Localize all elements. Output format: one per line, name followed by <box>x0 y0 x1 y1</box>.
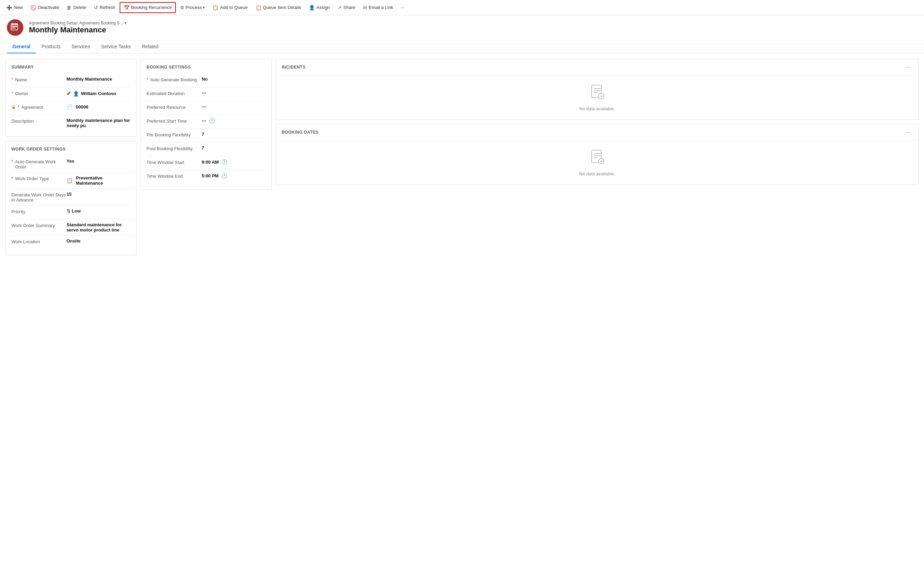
pre-booking-flexibility-label: Pre Booking Flexibility <box>146 132 202 138</box>
toolbar: ➕ New 🚫 Deactivate 🗑 Delete ↺ Refresh 📅 … <box>0 0 924 15</box>
main-content: SUMMARY * Name Monthly Maintenance * Own… <box>0 53 924 261</box>
deactivate-icon: 🚫 <box>30 5 36 10</box>
priority-label: Priority <box>11 208 66 214</box>
incidents-no-data-area: No data available. <box>276 75 918 120</box>
agreement-link[interactable]: 00006 <box>76 104 88 110</box>
page-title: Monthly Maintenance <box>29 26 126 34</box>
tab-products[interactable]: Products <box>36 40 66 53</box>
summary-title: SUMMARY <box>11 65 131 70</box>
svg-rect-1 <box>12 26 17 27</box>
tab-service-tasks[interactable]: Service Tasks <box>95 40 136 53</box>
incidents-more-button[interactable]: ··· <box>904 63 913 71</box>
summary-owner-label: * Owner <box>11 90 66 96</box>
summary-owner-value: ✔ 👤 William Contoso <box>66 90 131 97</box>
queue-item-details-button[interactable]: 📋 Queue Item Details <box>252 3 305 12</box>
left-column: SUMMARY * Name Monthly Maintenance * Own… <box>6 59 137 255</box>
tabs-bar: General Products Services Service Tasks … <box>0 40 924 53</box>
booking-dates-no-data-text: No data available. <box>579 171 615 176</box>
booking-dates-title: BOOKING DATES <box>282 130 319 135</box>
summary-name-row: * Name Monthly Maintenance <box>11 74 131 87</box>
summary-description-row: Description Monthly maintenance plan for… <box>11 115 131 131</box>
auto-gen-booking-required: * <box>146 77 148 82</box>
breadcrumb-dropdown-icon: ▾ <box>125 21 126 26</box>
summary-description-value[interactable]: Monthly maintenance plan for newly pu <box>66 118 131 128</box>
pre-booking-flexibility-row: Pre Booking Flexibility 7 <box>146 129 266 142</box>
time-window-end-clock-icon[interactable]: 🕐 <box>221 173 227 178</box>
summary-agreement-label: 🔒 * Agreement <box>11 104 66 110</box>
time-window-start-row: Time Window Start 9:00 AM 🕐 <box>146 156 266 170</box>
process-icon: ⚙ <box>180 5 184 10</box>
queue-item-details-icon: 📋 <box>256 5 261 10</box>
add-to-queue-button[interactable]: 📋 Add to Queue <box>209 3 251 12</box>
work-order-settings-panel: WORK ORDER SETTINGS * Auto Generate Work… <box>6 141 137 255</box>
delete-button[interactable]: 🗑 Delete <box>63 3 90 12</box>
lock-icon: 🔒 <box>11 105 16 109</box>
work-order-type-value: 📋 Preventative Maintenance <box>66 176 131 186</box>
work-location-label: Work Location <box>11 238 66 244</box>
auto-gen-booking-row: * Auto Generate Booking No <box>146 74 266 87</box>
owner-link[interactable]: William Contoso <box>81 91 116 96</box>
breadcrumb[interactable]: Agreement Booking Setup: Agreement Booki… <box>29 21 126 26</box>
incidents-empty-icon <box>589 84 605 104</box>
header-text: Agreement Booking Setup: Agreement Booki… <box>29 21 126 34</box>
work-order-type-row: * Work Order Type 📋 Preventative Mainten… <box>11 172 131 189</box>
booking-recurrence-button[interactable]: 📅 Booking Recurrence <box>120 2 176 13</box>
booking-dates-no-data-area: No data available. <box>276 141 918 184</box>
email-icon: ✉ <box>363 5 367 10</box>
gen-wo-days-advance-label: Generate Work Order Days In Advance <box>11 192 66 202</box>
work-order-type-label: * Work Order Type <box>11 176 66 181</box>
priority-sort-icon: ⇅ <box>66 208 70 214</box>
assign-icon: 👤 <box>309 5 315 10</box>
deactivate-button[interactable]: 🚫 Deactivate <box>27 3 62 12</box>
booking-dates-more-button[interactable]: ··· <box>904 129 913 136</box>
agreement-required-star: * <box>18 105 19 110</box>
assign-button[interactable]: 👤 Assign <box>305 3 333 12</box>
more-options-button[interactable]: ··· <box>397 3 408 12</box>
preferred-resource-row: Preferred Resource --- <box>146 101 266 115</box>
new-button[interactable]: ➕ New <box>3 3 26 12</box>
post-booking-flexibility-label: Post Booking Flexibility <box>146 146 202 151</box>
auto-gen-booking-label: * Auto Generate Booking <box>146 76 202 82</box>
time-window-start-label: Time Window Start <box>146 159 202 165</box>
preferred-start-time-row: Preferred Start Time --- 🕐 <box>146 115 266 129</box>
incidents-section: INCIDENTS ··· No data available. <box>276 59 918 120</box>
name-required-star: * <box>11 77 13 82</box>
priority-link[interactable]: Low <box>72 208 81 214</box>
time-window-end-value: 5:00 PM 🕐 <box>202 173 266 178</box>
incidents-no-data-text: No data available. <box>579 106 615 111</box>
tab-services[interactable]: Services <box>66 40 95 53</box>
auto-gen-booking-value: No <box>202 76 266 82</box>
work-order-type-link[interactable]: Preventative Maintenance <box>76 176 131 186</box>
preferred-resource-value: --- <box>202 104 266 109</box>
work-order-summary-row: Work Order Summary Standard maintenance … <box>11 219 131 236</box>
summary-agreement-row: 🔒 * Agreement 📄 00006 <box>11 101 131 115</box>
auto-gen-work-order-row: * Auto Generate Work Order Yes <box>11 156 131 172</box>
preferred-start-time-value: --- 🕐 <box>202 118 266 123</box>
booking-settings-panel: BOOKING SETTINGS * Auto Generate Booking… <box>141 59 272 190</box>
work-location-value: Onsite <box>66 238 131 243</box>
agreement-doc-icon: 📄 <box>66 104 72 110</box>
tab-related[interactable]: Related <box>136 40 164 53</box>
tab-general[interactable]: General <box>7 40 36 53</box>
owner-check-icon: ✔ <box>66 90 71 97</box>
refresh-button[interactable]: ↺ Refresh <box>90 3 119 12</box>
share-button[interactable]: ↗ Share <box>334 3 359 12</box>
summary-agreement-value: 📄 00006 <box>66 104 131 110</box>
add-to-queue-icon: 📋 <box>212 5 218 10</box>
time-window-start-clock-icon[interactable]: 🕐 <box>221 159 227 165</box>
time-window-end-label: Time Window End <box>146 173 202 179</box>
priority-value: ⇅ Low <box>66 208 131 214</box>
booking-dates-header: BOOKING DATES ··· <box>276 124 918 141</box>
work-order-title: WORK ORDER SETTINGS <box>11 147 131 152</box>
preferred-start-time-clock-icon[interactable]: 🕐 <box>209 118 215 123</box>
estimated-duration-value: --- <box>202 90 266 95</box>
time-window-start-value: 9:00 AM 🕐 <box>202 159 266 165</box>
estimated-duration-label: Estimated Duration <box>146 90 202 96</box>
summary-owner-row: * Owner ✔ 👤 William Contoso <box>11 87 131 101</box>
record-icon <box>7 19 23 36</box>
gen-wo-days-advance-row: Generate Work Order Days In Advance 15 <box>11 189 131 206</box>
email-a-link-button[interactable]: ✉ Email a Link <box>360 3 397 12</box>
post-booking-flexibility-value: 7 <box>202 146 266 150</box>
refresh-icon: ↺ <box>94 5 98 10</box>
process-button[interactable]: ⚙ Process ▾ <box>176 3 208 12</box>
